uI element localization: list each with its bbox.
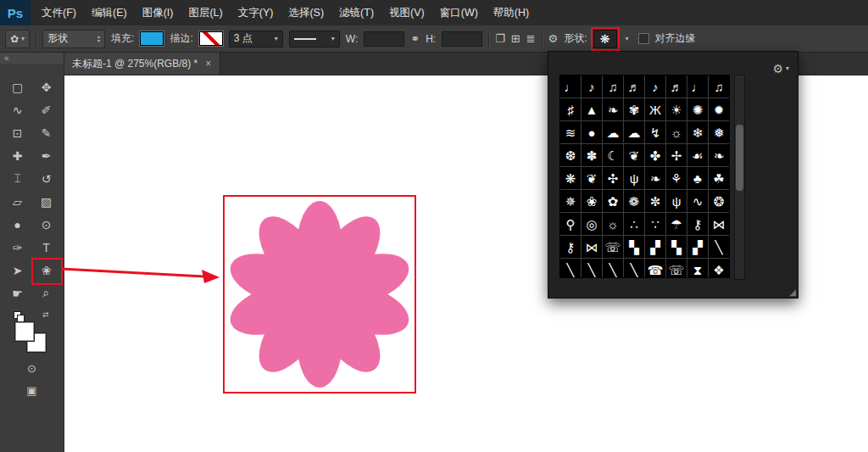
custom-shape-tool[interactable]: ❀ (32, 259, 61, 282)
scrollbar-thumb[interactable] (736, 125, 743, 191)
shape-crescent-moon[interactable]: ☾ (603, 144, 623, 166)
shape-hourglass[interactable]: ⧗ (687, 259, 708, 278)
foreground-color-swatch[interactable] (15, 322, 34, 341)
shape-ornament-flower[interactable]: ✽ (581, 144, 602, 166)
menu-item[interactable]: 图像(I) (135, 0, 181, 25)
shape-spiky-burst[interactable]: ✹ (709, 98, 729, 120)
clone-stamp-tool[interactable]: ⌶ (3, 167, 32, 190)
menu-item[interactable]: 滤镜(T) (331, 0, 381, 25)
eyedropper-tool[interactable]: ✎ (32, 121, 61, 144)
shape-raindrop[interactable]: ● (581, 121, 602, 143)
shape-eighth-note-2[interactable]: ♪ (645, 75, 665, 98)
shape-hemp-leaf[interactable]: ✤ (645, 144, 665, 166)
shape-sun-2[interactable]: ☼ (603, 213, 623, 235)
shape-telephone[interactable]: ☏ (603, 236, 623, 258)
shape-ribbon[interactable]: ⋈ (581, 236, 602, 258)
shape-snowflake-2[interactable]: ❅ (709, 121, 729, 143)
lasso-tool[interactable]: ∿ (3, 98, 32, 121)
shape-sharp-sign[interactable]: ♯ (560, 98, 581, 120)
hand-tool[interactable]: ☛ (3, 282, 32, 304)
menu-item[interactable]: 文字(Y) (231, 0, 281, 25)
shape-oak-leaf[interactable]: ❦ (581, 167, 602, 189)
move-tool[interactable]: ✥ (32, 75, 61, 98)
shape-telephone-3[interactable]: ☏ (666, 259, 687, 278)
zoom-tool[interactable]: ⌕ (32, 282, 61, 304)
tool-preset-picker[interactable]: ✿ ▾ (5, 30, 30, 48)
shape-maple-leaf[interactable]: ❋ (560, 167, 581, 189)
shape-flower-3[interactable]: ✿ (603, 190, 623, 212)
resize-grip-icon[interactable]: ◢ (789, 287, 796, 297)
shape-fir-tree[interactable]: ▲ (581, 98, 602, 120)
align-edges-checkbox[interactable] (638, 33, 649, 44)
brush-tool[interactable]: ✒ (32, 144, 61, 167)
shape-bow[interactable]: ⋈ (709, 213, 729, 235)
shape-snowflake-1[interactable]: ❄ (687, 121, 708, 143)
stroke-width-field[interactable]: 3 点 ▾ (229, 31, 283, 47)
shape-leaf-3[interactable]: ❧ (709, 144, 729, 166)
shape-diagonal-line[interactable]: ╲ (709, 236, 729, 258)
shape-vine[interactable]: ❧ (645, 167, 665, 189)
height-input[interactable] (442, 31, 482, 47)
menu-item[interactable]: 帮助(H) (486, 0, 537, 25)
shape-maple-leaf-2[interactable]: ✣ (603, 167, 623, 189)
quick-selection-tool[interactable]: ✐ (32, 98, 61, 121)
edit-in-quick-mask-button[interactable]: ⊙ (27, 362, 36, 375)
shape-diagonal-line-4[interactable]: ╲ (603, 259, 623, 278)
stroke-style-dropdown[interactable]: ▾ (289, 31, 340, 47)
spot-healing-brush-tool[interactable]: ✚ (3, 144, 32, 167)
shape-puzzle-1[interactable]: ▚ (624, 236, 644, 258)
shape-key-2[interactable]: ⚷ (560, 236, 581, 258)
shape-cloud-outline[interactable]: ☁ (624, 121, 644, 143)
shape-leaf-1[interactable]: ❦ (624, 144, 644, 166)
shape-diagonal-line-3[interactable]: ╲ (581, 259, 602, 278)
shape-sunflower[interactable]: ✵ (560, 190, 581, 212)
shape-waves[interactable]: ≋ (560, 121, 581, 143)
shape-quarter-note-2[interactable]: ♩ (687, 75, 708, 98)
caret-down-icon[interactable]: ▾ (626, 36, 629, 42)
shape-clover[interactable]: ♣ (687, 167, 708, 189)
path-selection-tool[interactable]: ➤ (3, 259, 32, 282)
history-brush-tool[interactable]: ↺ (32, 167, 61, 190)
shape-sun[interactable]: ☼ (666, 121, 687, 143)
shape-diagonal-line-2[interactable]: ╲ (560, 259, 581, 278)
shape-puzzle-3[interactable]: ▚ (666, 236, 687, 258)
shape-puzzle-2[interactable]: ▞ (645, 236, 665, 258)
shape-picker-button[interactable]: ❋ (593, 30, 617, 48)
collapse-panel-button[interactable]: « (0, 53, 64, 64)
shape-eighth-note[interactable]: ♪ (581, 75, 602, 98)
menu-item[interactable]: 图层(L) (181, 0, 230, 25)
shape-footprints-1[interactable]: ∴ (624, 213, 644, 235)
gradient-tool[interactable]: ▨ (32, 190, 61, 213)
link-dimensions-icon[interactable]: ⚭ (410, 32, 420, 45)
shape-daisy[interactable]: ❁ (624, 190, 644, 212)
shape-chestnut-leaf[interactable]: ☙ (687, 144, 708, 166)
path-operations-button[interactable]: ❐ (495, 32, 505, 45)
geometry-options-gear-button[interactable]: ⚙ (548, 32, 559, 45)
close-tab-icon[interactable]: × (205, 58, 211, 70)
shape-light-bulb-2[interactable]: ⚲ (560, 213, 581, 235)
shape-snowflake-3[interactable]: ❆ (560, 144, 581, 166)
path-alignment-button[interactable]: ⊞ (511, 32, 520, 45)
pen-tool[interactable]: ✑ (3, 236, 32, 259)
menu-item[interactable]: 编辑(E) (84, 0, 135, 25)
default-colors-icon[interactable] (14, 311, 25, 321)
shape-music-note[interactable]: ♫ (709, 75, 729, 98)
stroke-color-swatch[interactable] (199, 31, 223, 46)
shape-flower-2[interactable]: ❀ (581, 190, 602, 212)
shape-key[interactable]: ⚷ (687, 213, 708, 235)
shape-shamrock[interactable]: ☘ (709, 167, 729, 189)
shape-beamed-sixteenth-notes[interactable]: ♬ (624, 75, 644, 98)
shape-umbrella[interactable]: ☂ (666, 213, 687, 235)
blur-tool[interactable]: ● (3, 213, 32, 236)
crop-tool[interactable]: ⊡ (3, 121, 32, 144)
shape-herb[interactable]: ⚘ (666, 167, 687, 189)
shape-cloud[interactable]: ☁ (603, 121, 623, 143)
screen-mode-button[interactable]: ▣ (26, 384, 36, 397)
tool-mode-dropdown[interactable]: 形状 ▴ ▾ (42, 30, 105, 48)
shape-puzzle-4[interactable]: ▞ (687, 236, 708, 258)
dodge-tool[interactable]: ⊙ (32, 213, 61, 236)
menu-item[interactable]: 选择(S) (281, 0, 331, 25)
menu-item[interactable]: 文件(F) (34, 0, 84, 25)
shape-grass[interactable]: ψ (624, 167, 644, 189)
shape-flower[interactable]: ✾ (624, 98, 644, 120)
